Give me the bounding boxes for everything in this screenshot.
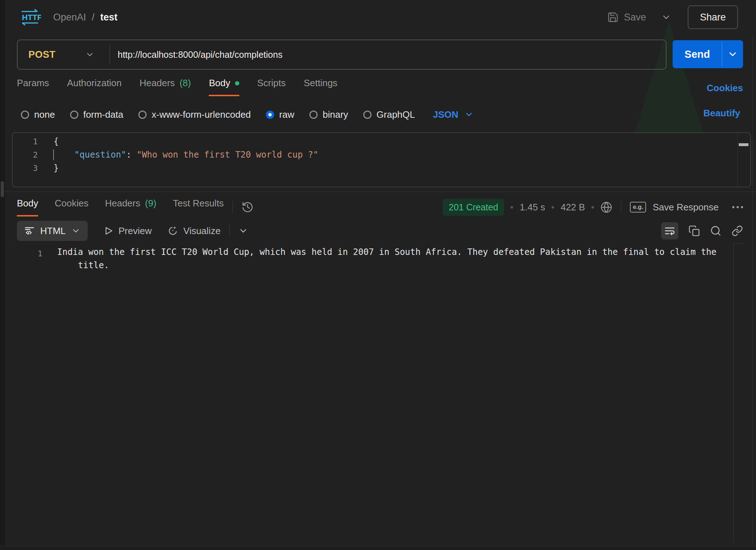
radio-binary[interactable]: binary xyxy=(309,109,348,120)
tab-scripts[interactable]: Scripts xyxy=(257,78,286,96)
right-pane-border xyxy=(752,34,753,543)
code-text: "question": "Who won the first T20 world… xyxy=(38,148,318,162)
body-modified-dot xyxy=(235,81,239,85)
sidebar-drag-handle[interactable] xyxy=(1,181,4,197)
send-label: Send xyxy=(684,48,710,60)
response-tab-test-results-label: Test Results xyxy=(173,198,224,209)
request-url-bar: POST http://localhost:8000/api/chat/comp… xyxy=(17,39,667,70)
request-response-divider[interactable] xyxy=(5,191,756,192)
copy-icon[interactable] xyxy=(688,225,700,237)
editor-scroll-gutter[interactable] xyxy=(737,133,750,187)
send-button[interactable]: Send xyxy=(673,40,722,68)
editor-line-1: 1 { xyxy=(13,135,750,148)
play-icon xyxy=(103,226,114,236)
send-dropdown-caret[interactable] xyxy=(722,40,743,68)
response-tab-headers-count: (9) xyxy=(145,198,156,209)
radio-urlencoded[interactable]: x-www-form-urlencoded xyxy=(138,109,251,120)
raw-type-label: JSON xyxy=(433,109,458,120)
format-code-icon xyxy=(24,225,35,236)
save-label: Save xyxy=(624,12,646,23)
separator-dot xyxy=(511,206,513,209)
preview-button[interactable]: Preview xyxy=(103,225,152,237)
chevron-down-icon[interactable] xyxy=(238,226,248,236)
radio-form-data[interactable]: form-data xyxy=(70,109,123,120)
breadcrumb-collection[interactable]: OpenAI xyxy=(53,12,86,23)
request-body-editor[interactable]: 1 { 2 "question": "Who won the first T20… xyxy=(12,132,751,187)
response-tabs-divider xyxy=(232,201,233,213)
toolbar-divider xyxy=(229,225,230,237)
response-tab-headers[interactable]: Headers (9) xyxy=(105,198,156,216)
search-icon[interactable] xyxy=(710,225,722,237)
url-input[interactable]: http://localhost:8000/api/chat/completio… xyxy=(118,50,283,60)
tab-authorization-label: Authorization xyxy=(67,78,122,89)
response-tab-body[interactable]: Body xyxy=(17,198,38,216)
response-tab-test-results[interactable]: Test Results xyxy=(173,198,224,216)
more-options-icon[interactable] xyxy=(732,206,743,208)
response-body-text[interactable]: India won the first ICC T20 World Cup, w… xyxy=(57,246,720,272)
globe-network-icon[interactable] xyxy=(600,201,612,213)
tab-headers[interactable]: Headers (8) xyxy=(139,78,191,96)
status-badge[interactable]: 201 Created xyxy=(443,199,504,216)
chevron-down-icon xyxy=(464,110,474,119)
share-button[interactable]: Share xyxy=(688,5,738,29)
radio-graphql-label: GraphQL xyxy=(377,109,415,120)
radio-raw-label: raw xyxy=(279,109,294,120)
visualize-button[interactable]: Visualize xyxy=(167,225,221,237)
save-icon xyxy=(607,11,619,23)
tab-params[interactable]: Params xyxy=(17,78,49,96)
beautify-link[interactable]: Beautify xyxy=(703,108,740,119)
radio-raw[interactable]: raw xyxy=(266,109,294,120)
save-button[interactable]: Save xyxy=(607,11,671,23)
http-request-icon: HTTP xyxy=(19,7,41,27)
left-sidebar-strip xyxy=(0,0,5,546)
raw-type-select[interactable]: JSON xyxy=(433,109,474,120)
radio-graphql[interactable]: GraphQL xyxy=(363,109,415,120)
response-header-bar: Body Cookies Headers (9) Test Results 20… xyxy=(17,197,743,218)
separator-dot xyxy=(552,206,554,209)
method-dropdown-caret-icon[interactable] xyxy=(85,50,94,59)
editor-scrollbar-thumb[interactable] xyxy=(739,143,748,146)
json-key: "question" xyxy=(74,150,126,160)
breadcrumb-separator: / xyxy=(92,12,95,23)
radio-binary-label: binary xyxy=(323,109,348,120)
radio-form-data-circle xyxy=(70,111,78,119)
radio-binary-circle xyxy=(309,111,318,119)
radio-none[interactable]: none xyxy=(21,109,55,120)
save-dropdown-caret-icon[interactable] xyxy=(661,12,671,22)
link-icon[interactable] xyxy=(732,225,743,237)
response-time[interactable]: 1.45 s xyxy=(520,202,545,213)
line-number: 1 xyxy=(13,135,38,148)
tab-settings-label: Settings xyxy=(304,78,337,89)
request-header-bar: HTTP OpenAI / test Save Share xyxy=(5,0,751,34)
tab-body[interactable]: Body xyxy=(209,78,239,96)
line-number: 3 xyxy=(13,162,38,175)
save-response-button[interactable]: Save Response xyxy=(653,202,719,213)
response-format-label: HTML xyxy=(40,225,66,237)
send-split-button: Send xyxy=(673,40,743,68)
response-status-group: 201 Created 1.45 s 422 B e.g. Save Respo… xyxy=(443,199,743,216)
wrap-text-toggle[interactable] xyxy=(661,222,678,239)
tab-headers-label: Headers xyxy=(139,78,175,89)
tab-params-label: Params xyxy=(17,78,49,89)
text-cursor xyxy=(53,149,54,160)
request-tabs: Params Authorization Headers (8) Body Sc… xyxy=(17,78,337,96)
json-string-value: "Who won the first T20 world cup ?" xyxy=(137,150,318,160)
tab-settings[interactable]: Settings xyxy=(304,78,337,96)
visualize-magic-icon xyxy=(167,225,178,236)
breadcrumb-request-name[interactable]: test xyxy=(100,12,117,23)
code-text: } xyxy=(38,162,59,175)
response-tab-cookies-label: Cookies xyxy=(55,198,88,209)
tab-authorization[interactable]: Authorization xyxy=(67,78,122,96)
radio-urlencoded-label: x-www-form-urlencoded xyxy=(152,109,251,120)
response-tabs: Body Cookies Headers (9) Test Results xyxy=(17,198,224,216)
body-mode-row: none form-data x-www-form-urlencoded raw… xyxy=(21,106,474,123)
response-format-dropdown[interactable]: HTML xyxy=(17,221,88,241)
method-selector[interactable]: POST xyxy=(28,49,56,60)
cookies-link[interactable]: Cookies xyxy=(707,83,743,94)
code-text: { xyxy=(38,135,59,148)
response-size[interactable]: 422 B xyxy=(561,202,585,213)
response-tab-cookies[interactable]: Cookies xyxy=(55,198,88,216)
preview-label: Preview xyxy=(119,225,152,237)
history-icon[interactable] xyxy=(241,201,254,213)
wrap-text-icon xyxy=(664,225,676,237)
